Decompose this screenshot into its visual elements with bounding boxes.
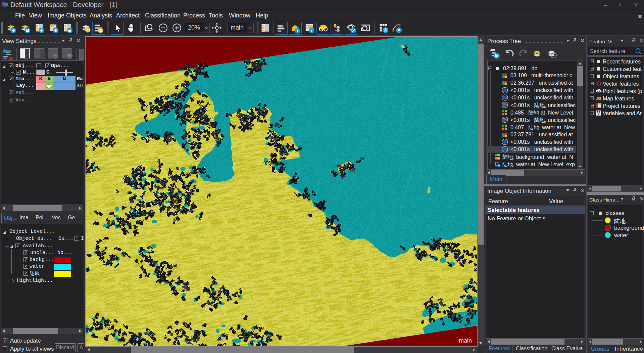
svg-text:i: i (311, 28, 312, 33)
svg-text:i: i (297, 28, 298, 33)
